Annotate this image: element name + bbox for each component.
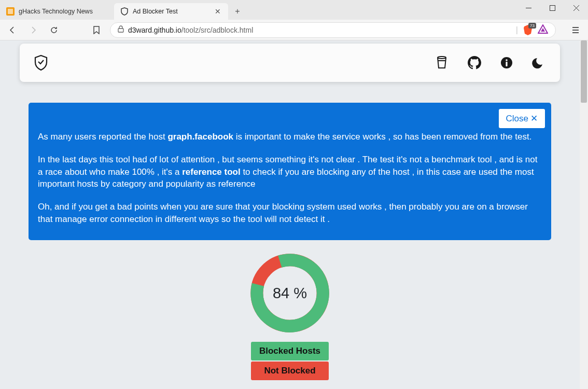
svg-rect-3 bbox=[550, 5, 555, 10]
maximize-button[interactable] bbox=[540, 0, 564, 16]
brave-shield-icon[interactable]: 73 bbox=[522, 24, 534, 36]
close-label: Close bbox=[506, 114, 528, 124]
back-button[interactable] bbox=[5, 23, 20, 37]
dark-mode-icon[interactable] bbox=[532, 56, 545, 70]
banner-text: As many users reported the host graph.fa… bbox=[38, 131, 542, 226]
svg-point-13 bbox=[506, 59, 508, 61]
svg-rect-6 bbox=[118, 29, 123, 32]
forward-button[interactable] bbox=[26, 23, 40, 37]
shield-logo-icon[interactable] bbox=[34, 56, 48, 70]
ghacks-favicon-icon bbox=[6, 7, 15, 16]
info-icon[interactable] bbox=[500, 56, 513, 70]
tab-title: Ad Blocker Test bbox=[133, 8, 209, 15]
reload-button[interactable] bbox=[47, 23, 61, 37]
url-text: d3ward.github.io/toolz/src/adblock.html bbox=[128, 26, 512, 34]
url-bar[interactable]: d3ward.github.io/toolz/src/adblock.html … bbox=[110, 22, 556, 38]
close-banner-button[interactable]: Close ✕ bbox=[499, 109, 545, 128]
new-tab-button[interactable]: + bbox=[230, 4, 245, 19]
svg-rect-14 bbox=[506, 62, 507, 66]
notice-banner: Close ✕ As many users reported the host … bbox=[29, 103, 551, 240]
donut-chart: 84 % bbox=[246, 249, 333, 337]
scrollbar-thumb[interactable] bbox=[581, 40, 587, 103]
percent-label: 84 % bbox=[273, 284, 307, 301]
svg-point-10 bbox=[438, 57, 446, 59]
result-area: 84 % Blocked Hosts Not Blocked bbox=[10, 249, 569, 380]
tabs-area: gHacks Technology News Ad Blocker Test ✕… bbox=[0, 0, 516, 20]
legend: Blocked Hosts Not Blocked bbox=[10, 342, 569, 380]
shield-count: 73 bbox=[528, 23, 536, 29]
scrollbar[interactable] bbox=[580, 40, 588, 389]
browser-toolbar: d3ward.github.io/toolz/src/adblock.html … bbox=[0, 20, 588, 40]
page-content: Close ✕ As many users reported the host … bbox=[0, 40, 580, 389]
minimize-button[interactable] bbox=[516, 0, 540, 16]
tab-title: gHacks Technology News bbox=[19, 8, 108, 15]
bookmark-button[interactable] bbox=[89, 23, 104, 37]
brave-bat-icon[interactable] bbox=[538, 24, 548, 36]
lock-icon bbox=[118, 25, 124, 35]
page-header bbox=[20, 44, 560, 82]
tab-ghacks[interactable]: gHacks Technology News bbox=[0, 3, 114, 20]
tab-close-icon[interactable]: ✕ bbox=[214, 7, 222, 16]
coffee-icon[interactable] bbox=[436, 56, 449, 70]
titlebar: gHacks Technology News Ad Blocker Test ✕… bbox=[0, 0, 588, 20]
close-icon: ✕ bbox=[530, 113, 538, 124]
shield-favicon-icon bbox=[120, 7, 129, 16]
close-window-button[interactable] bbox=[564, 0, 588, 16]
blocked-hosts-button[interactable]: Blocked Hosts bbox=[251, 342, 329, 360]
github-icon[interactable] bbox=[468, 56, 481, 70]
tab-adblock-test[interactable]: Ad Blocker Test ✕ bbox=[114, 3, 228, 20]
extension-area: | 73 bbox=[516, 24, 548, 36]
not-blocked-button[interactable]: Not Blocked bbox=[251, 362, 329, 380]
svg-rect-1 bbox=[8, 9, 13, 14]
hamburger-menu-button[interactable] bbox=[568, 23, 583, 37]
window-controls bbox=[516, 0, 588, 20]
